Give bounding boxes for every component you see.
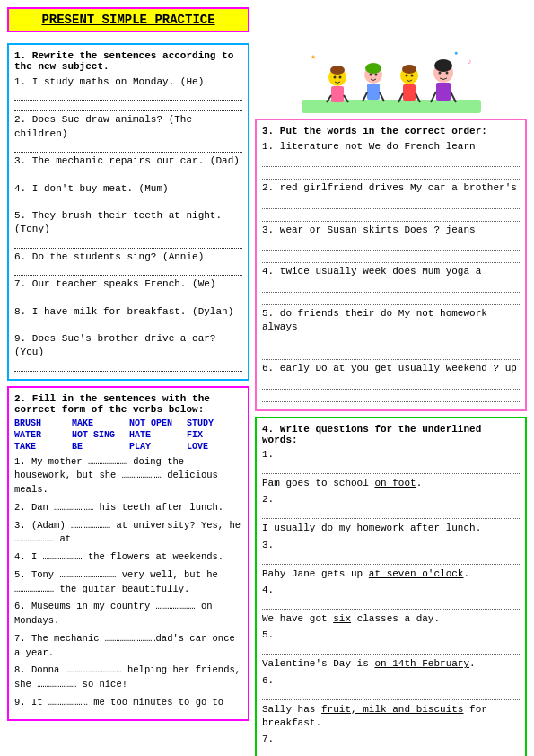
svg-rect-9: [367, 84, 380, 100]
verb-5: WATER: [14, 430, 70, 440]
section1-title: 1. Rewrite the sentences according to th…: [14, 50, 242, 72]
s1-item-7: 7. Our teacher speaks French. (We): [14, 277, 242, 291]
svg-point-27: [438, 71, 441, 74]
verb-10: BE: [72, 442, 127, 452]
svg-point-26: [434, 59, 452, 72]
s2-item-7: 7. The mechanic ………………………dad's car once …: [14, 632, 242, 661]
s4-q1-sentence: Pam goes to school on foot.: [262, 477, 520, 490]
section2-title: 2. Fill in the sentences with the correc…: [14, 393, 242, 415]
cartoon-image: ★ ♪ ●: [255, 43, 527, 115]
s4-q2-sentence: I usually do my homework after lunch.: [262, 522, 520, 535]
s2-item-9: 9. It ………………… me too minutes to go to: [14, 696, 242, 710]
s3-item-3: 3. wear or Susan skirts Does ? jeans: [262, 224, 520, 237]
verb-7: HATE: [129, 430, 185, 440]
s2-item-6: 6. Museums in my country ………………… on Mond…: [14, 600, 242, 629]
svg-rect-23: [436, 83, 451, 101]
svg-point-7: [338, 75, 341, 78]
s1-item-9: 9. Does Sue's brother drive a car? (You): [14, 332, 242, 360]
svg-text:★: ★: [311, 52, 316, 62]
section3-box: 3. Put the words in the correct order: 1…: [255, 119, 527, 411]
verb-12: LOVE: [187, 442, 242, 452]
s4-q4-sentence: We have got six classes a day.: [262, 612, 520, 626]
s3-item-2: 2. red girlfriend drives My car a brothe…: [262, 181, 520, 195]
section3-title: 3. Put the words in the correct order:: [262, 126, 520, 136]
svg-point-28: [445, 71, 448, 74]
s2-item-1: 1. My mother ………………… doing the housework…: [14, 455, 242, 497]
svg-point-21: [410, 74, 413, 76]
s1-item-1: 1. I study maths on Monday. (He): [14, 75, 242, 89]
svg-point-12: [365, 63, 381, 74]
svg-rect-16: [403, 84, 416, 101]
s4-q6-num: 6.: [262, 675, 520, 686]
s4-q6-sentence: Sally has fruit, milk and biscuits for b…: [262, 703, 520, 731]
svg-point-5: [330, 66, 345, 75]
section1-box: 1. Rewrite the sentences according to th…: [7, 43, 249, 381]
s1-item-6: 6. Do the students sing? (Annie): [14, 251, 242, 264]
svg-point-19: [402, 65, 416, 74]
s4-q7-num: 7.: [262, 734, 520, 744]
s1-item-4: 4. I don't buy meat. (Mum): [14, 182, 242, 196]
s4-q3-sentence: Baby Jane gets up at seven o'clock.: [262, 567, 520, 581]
s2-item-2: 2. Dan ………………… his teeth after lunch.: [14, 501, 242, 515]
s1-item-8: 8. I have milk for breakfast. (Dylan): [14, 305, 242, 319]
svg-point-6: [333, 75, 336, 78]
svg-rect-2: [331, 86, 344, 102]
svg-text:♪: ♪: [468, 57, 472, 66]
s3-item-1: 1. literature not We do French learn: [262, 140, 520, 154]
svg-point-14: [374, 73, 377, 75]
s3-item-4: 4. twice usually week does Mum yoga a: [262, 265, 520, 278]
s4-q5-sentence: Valentine's Day is on 14th February.: [262, 657, 520, 671]
verb-4: STUDY: [187, 418, 242, 428]
s3-item-5: 5. do friends their do My not homework a…: [262, 307, 520, 335]
s1-item-5: 5. They brush their teeth at night. (Ton…: [14, 209, 242, 237]
verb-9: TAKE: [14, 442, 70, 452]
s4-q1-num: 1.: [262, 449, 520, 460]
verb-3: NOT OPEN: [129, 418, 185, 428]
s2-item-3: 3. (Adam) ………………… at university? Yes, he…: [14, 519, 242, 548]
verb-6: NOT SING: [72, 430, 127, 440]
s4-q2-num: 2.: [262, 494, 520, 505]
verb-bank: BRUSH MAKE NOT OPEN STUDY WATER NOT SING…: [14, 418, 242, 452]
svg-rect-0: [302, 100, 481, 113]
verb-8: FIX: [187, 430, 242, 440]
s3-item-6: 6. early Do at you get usually weekend ?…: [262, 362, 520, 375]
s2-item-4: 4. I ………………… the flowers at weekends.: [14, 550, 242, 565]
s2-item-5: 5. Tony ………………………… very well, but he …………: [14, 568, 242, 597]
section4-box: 4. Write questions for the underlined wo…: [255, 417, 527, 756]
s4-q4-num: 4.: [262, 585, 520, 595]
svg-text:●: ●: [454, 49, 458, 57]
verb-1: BRUSH: [14, 418, 70, 428]
svg-point-20: [405, 74, 407, 76]
s1-item-3: 3. The mechanic repairs our car. (Dad): [14, 154, 242, 168]
s2-item-8: 8. Donna ………………………… helping her friends,…: [14, 664, 242, 692]
verb-11: PLAY: [129, 442, 185, 452]
svg-point-13: [369, 73, 372, 75]
s4-q3-num: 3.: [262, 540, 520, 550]
section2-box: 2. Fill in the sentences with the correc…: [7, 386, 249, 721]
page-title: PRESENT SIMPLE PRACTICE: [7, 7, 249, 32]
s1-item-2: 2. Does Sue draw animals? (The children): [14, 113, 242, 141]
s4-q5-num: 5.: [262, 629, 520, 640]
verb-2: MAKE: [72, 418, 127, 428]
section4-title: 4. Write questions for the underlined wo…: [262, 424, 520, 445]
